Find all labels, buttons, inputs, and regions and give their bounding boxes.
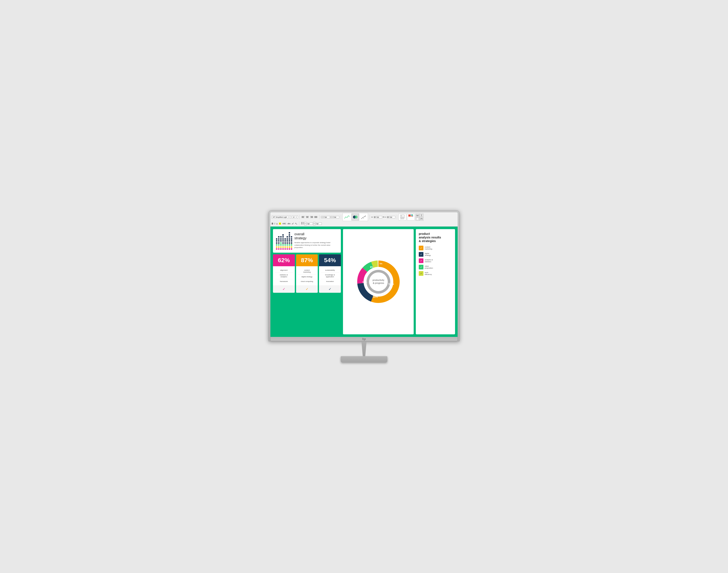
svg-rect-19 xyxy=(420,214,421,216)
indent-group: ↑ ↓ 0pt ↑ ↓ 0pt xyxy=(321,216,339,218)
font-dropdown-arrow[interactable]: ▼ xyxy=(288,216,290,218)
dot xyxy=(276,238,277,240)
toolbar-row2: B I A A ABC abc A2 A2 xyxy=(272,221,456,226)
legend-check-5: ✓ xyxy=(420,272,422,275)
dot xyxy=(287,246,288,248)
dot-col-8 xyxy=(291,236,292,250)
font-highlight-button[interactable]: A xyxy=(279,222,281,225)
svg-text:56%: 56% xyxy=(388,282,394,285)
indent-decrease[interactable]: ↓ xyxy=(321,217,324,218)
right-panel: productivity & progress 56% 18% 13% xyxy=(343,229,455,334)
dot-col-7 xyxy=(289,232,290,250)
spacing-input-left[interactable]: 0pt xyxy=(324,216,330,218)
dot xyxy=(278,236,280,238)
spacing-down[interactable]: ↓ xyxy=(313,224,316,225)
picture-icon[interactable]: picture xyxy=(399,214,406,220)
dot xyxy=(282,238,284,240)
abc-lower-button[interactable]: abc xyxy=(288,222,291,225)
svg-rect-11 xyxy=(408,214,410,217)
italic-button[interactable]: I xyxy=(275,222,275,225)
indent-right-decrease[interactable]: ↓ xyxy=(330,217,333,218)
dot xyxy=(276,240,277,242)
align-justify-button[interactable] xyxy=(314,215,318,219)
width-input[interactable]: 0pt xyxy=(376,216,382,218)
svg-rect-14 xyxy=(411,216,412,217)
stats-row: 62% alignment statistics &analytics fram… xyxy=(273,254,341,293)
dot-col-4 xyxy=(282,234,284,250)
spacing-input-right[interactable]: 0pt xyxy=(333,216,339,218)
stat-percent-2: 87% xyxy=(301,257,313,264)
color-grid-icon[interactable] xyxy=(407,214,415,220)
spacing-up[interactable]: ↑ xyxy=(313,222,316,224)
dot xyxy=(284,238,286,240)
dot xyxy=(276,242,277,244)
bullet-list-icon[interactable] xyxy=(301,222,304,224)
layout-btn-2[interactable] xyxy=(420,214,424,217)
circle-chart-icon[interactable] xyxy=(351,214,359,220)
font-color-button[interactable]: A xyxy=(276,222,278,225)
indent-increase[interactable]: ↑ xyxy=(321,216,324,217)
legend-badge-analytics: ✓ xyxy=(419,258,424,263)
list-indent-group: → ← 0pt ↑ ↓ 0pt xyxy=(301,222,322,225)
dot xyxy=(278,244,280,246)
align-center-button[interactable] xyxy=(305,215,309,219)
align-right-button[interactable] xyxy=(310,215,313,219)
dot xyxy=(280,242,282,244)
dot xyxy=(276,248,277,250)
subscript-button[interactable]: A2 xyxy=(295,222,297,225)
svg-point-25 xyxy=(301,222,302,222)
stat-item-1-2: statistics &analytics xyxy=(275,273,293,279)
svg-rect-20 xyxy=(422,214,423,216)
svg-text:productivity: productivity xyxy=(373,279,384,281)
dot xyxy=(287,242,288,244)
svg-text:13%: 13% xyxy=(362,281,367,283)
scatter-chart-icon[interactable] xyxy=(360,214,368,220)
svg-point-5 xyxy=(364,217,365,217)
layout-btn-4[interactable] xyxy=(420,217,424,221)
indent-out[interactable]: ← xyxy=(304,224,306,225)
layout-btn-1[interactable] xyxy=(416,214,420,217)
legend-badge-work-efficiency: ✓ xyxy=(419,271,424,276)
dot xyxy=(276,244,277,246)
indent-right-increase[interactable]: ↑ xyxy=(330,216,333,217)
layout-icons-group xyxy=(416,214,424,221)
strategy-description: Iterative approaches to corporate strate… xyxy=(294,242,338,249)
legend-check-4: ✓ xyxy=(420,266,422,268)
svg-rect-18 xyxy=(418,215,419,216)
dot xyxy=(280,240,282,242)
superscript-button[interactable]: A2 xyxy=(292,222,294,225)
dot xyxy=(287,236,288,238)
indent-spacing-2[interactable]: 0pt xyxy=(316,222,322,225)
stat-item-1-3: framework xyxy=(275,279,293,283)
stat-card-3-body: sustainability knowledge &application in… xyxy=(319,266,341,285)
width-down[interactable]: ▼ xyxy=(374,217,376,218)
donut-container: productivity & progress 56% 18% 13% xyxy=(355,258,402,305)
dot xyxy=(282,240,284,242)
height-input[interactable]: 0pt xyxy=(389,216,395,218)
analysis-title: productanalysis results& strategies xyxy=(419,232,452,243)
svg-rect-22 xyxy=(420,218,421,219)
indent-spacing-1[interactable]: 0pt xyxy=(307,222,313,225)
legend-item-digital-strategy: ✓ digitalstrategy xyxy=(419,252,452,257)
font-selector[interactable]: HP Simplified Light ▼ xyxy=(272,216,291,218)
line-chart-icon[interactable] xyxy=(343,214,351,220)
toolbar-sep-2 xyxy=(319,215,320,219)
svg-point-26 xyxy=(301,223,302,223)
bold-button[interactable]: B xyxy=(272,222,273,225)
chart-icon-group xyxy=(343,213,368,221)
legend-item-analytics: ✓ analytics &statistics xyxy=(419,258,452,263)
layout-grid xyxy=(416,214,424,221)
abc-button[interactable]: ABC xyxy=(282,222,286,225)
legend-label-work-efficiency: workefficiency xyxy=(425,271,432,275)
indent-in[interactable]: → xyxy=(304,222,306,224)
height-down[interactable]: ▼ xyxy=(387,217,389,218)
stat-item-2-1: contentmarketing xyxy=(298,268,316,274)
layout-btn-3[interactable] xyxy=(416,217,420,221)
dot xyxy=(282,242,284,244)
dot xyxy=(280,236,282,238)
align-left-button[interactable] xyxy=(301,215,305,219)
legend-label-analytics: analytics &statistics xyxy=(425,259,433,263)
font-size-selector[interactable]: 12 ▼ xyxy=(292,216,298,218)
font-name: HP Simplified Light xyxy=(273,216,288,218)
font-size-arrow[interactable]: ▼ xyxy=(295,216,297,218)
